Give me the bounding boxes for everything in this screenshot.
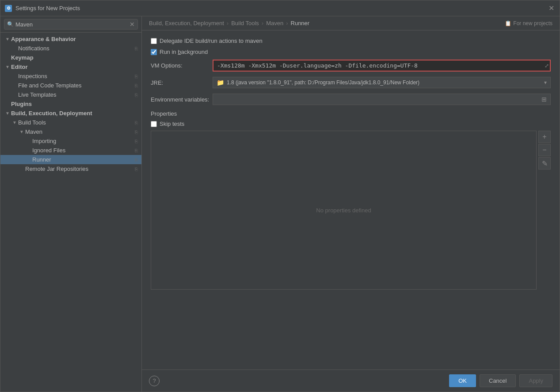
run-background-label: Run in background [160,49,208,55]
sidebar-item-label: Remote Jar Repositories [25,166,133,172]
sidebar-item-build-exec-deploy[interactable]: ▼ Build, Execution, Deployment [0,109,141,118]
cancel-button[interactable]: Cancel [480,374,516,387]
breadcrumb-separator-3: › [286,20,288,26]
close-button[interactable]: ✕ [547,4,555,12]
breadcrumb-separator-1: › [227,20,229,26]
copy-icon: ⎘ [135,46,138,51]
remove-property-button[interactable]: − [538,144,551,156]
delegate-checkbox[interactable] [151,38,157,44]
copy-icon: ⎘ [135,92,138,98]
properties-label: Properties [151,110,551,117]
sidebar-item-editor[interactable]: ▼ Editor [0,62,141,72]
search-icon: 🔍 [7,21,14,27]
vm-options-row: VM Options: ⤢ [151,60,551,72]
jre-folder-icon: 📁 [217,79,224,86]
sidebar-item-label: Maven [25,128,133,135]
copy-icon: ⎘ [135,83,138,88]
sidebar-item-label: Notifications [18,45,133,52]
sidebar-item-runner[interactable]: Runner ⎘ [0,155,141,164]
copy-icon: ⎘ [135,157,138,162]
sidebar-item-label: Importing [32,138,133,144]
right-panel: Build, Execution, Deployment › Build Too… [142,16,560,392]
expand-arrow-appearance: ▼ [4,37,11,41]
breadcrumb-part-3: Maven [266,20,283,26]
title-bar-left: ⚙ Settings for New Projects [5,5,80,12]
expand-arrow-editor: ▼ [4,64,11,69]
search-clear-button[interactable]: ✕ [130,21,135,28]
left-panel: 🔍 ✕ ▼ Appearance & Behavior Notification… [0,16,142,392]
breadcrumb-part-4: Runner [291,20,310,26]
sidebar-item-inspections[interactable]: Inspections ⎘ [0,72,141,81]
breadcrumb: Build, Execution, Deployment › Build Too… [149,20,309,26]
skip-tests-row: Skip tests [151,121,551,127]
sidebar-item-label: File and Code Templates [18,82,133,89]
search-input[interactable] [15,21,130,28]
delegate-label[interactable]: Delegate IDE build/run actions to maven [160,38,263,44]
skip-tests-label[interactable]: Skip tests [160,121,184,127]
sidebar-item-file-code-templates[interactable]: File and Code Templates ⎘ [0,81,141,90]
sidebar-item-build-tools[interactable]: ▼ Build Tools ⎘ [0,118,141,127]
edit-property-button[interactable]: ✎ [538,157,551,170]
search-wrap: 🔍 ✕ [4,19,138,30]
for-new-projects-badge: 📋 For new projects [505,20,552,26]
props-actions: + − ✎ [538,131,551,290]
sidebar-item-label: Build Tools [18,119,133,126]
breadcrumb-part-1: Build, Execution, Deployment [149,20,224,26]
sidebar-item-notifications[interactable]: Notifications ⎘ [0,44,141,53]
dialog-footer: ? OK Cancel Apply [142,369,560,392]
properties-table: No properties defined [151,131,537,290]
breadcrumb-part-2: Build Tools [231,20,259,26]
search-box: 🔍 ✕ [0,16,141,33]
dialog-title: Settings for New Projects [15,5,80,11]
env-expand-icon[interactable]: ⊞ [541,96,547,103]
ok-button[interactable]: OK [449,374,476,387]
breadcrumb-bar: Build, Execution, Deployment › Build Too… [142,16,560,30]
sidebar-item-appearance[interactable]: ▼ Appearance & Behavior [0,34,141,44]
expand-arrow-maven: ▼ [18,129,25,134]
expand-arrow-build-tools: ▼ [11,120,18,125]
sidebar-item-ignored-files[interactable]: Ignored Files ⎘ [0,146,141,155]
properties-section: Properties Skip tests No properties defi… [151,110,551,290]
sidebar-item-label: Live Templates [18,91,133,98]
sidebar-item-label: Keymap [11,54,138,61]
env-input[interactable] [217,96,541,103]
sidebar-item-live-templates[interactable]: Live Templates ⎘ [0,90,141,99]
breadcrumb-separator-2: › [262,20,263,26]
add-property-button[interactable]: + [538,131,551,143]
jre-dropdown-icon[interactable]: ▾ [544,79,547,86]
jre-label: JRE: [151,79,213,86]
sidebar-item-label: Plugins [11,101,138,107]
help-button[interactable]: ? [149,376,160,386]
skip-tests-checkbox[interactable] [151,121,157,127]
sidebar-item-label: Runner [32,156,133,163]
app-icon: ⚙ [5,5,12,12]
expand-arrow-build: ▼ [4,111,11,116]
jre-row: JRE: 📁 1.8 (java version "1.8.0_91", pat… [151,77,551,88]
settings-tree: ▼ Appearance & Behavior Notifications ⎘ … [0,33,141,392]
footer-right: OK Cancel Apply [449,374,552,387]
env-input-wrap: ⊞ [213,94,551,105]
sidebar-item-remote-jar[interactable]: Remote Jar Repositories ⎘ [0,164,141,173]
content-area: Delegate IDE build/run actions to maven … [142,30,560,369]
vm-options-wrap: ⤢ [213,60,551,72]
vm-options-expand-icon[interactable]: ⤢ [545,63,549,69]
sidebar-item-maven[interactable]: ▼ Maven ⎘ [0,127,141,136]
sidebar-item-importing[interactable]: Importing ⎘ [0,136,141,146]
dialog-body: 🔍 ✕ ▼ Appearance & Behavior Notification… [0,16,560,392]
delegate-row: Delegate IDE build/run actions to maven [151,38,551,44]
copy-icon: ⎘ [135,139,138,144]
run-background-row: Run in background [151,49,551,55]
sidebar-item-keymap[interactable]: Keymap [0,53,141,62]
settings-dialog: ⚙ Settings for New Projects ✕ 🔍 ✕ ▼ Appe… [0,0,560,392]
jre-select[interactable]: 📁 1.8 (java version "1.8.0_91", path: D:… [213,77,551,88]
env-row: Environment variables: ⊞ [151,94,551,105]
copy-icon: ⎘ [135,74,138,79]
vm-options-input[interactable] [213,60,551,72]
sidebar-item-plugins[interactable]: Plugins [0,99,141,109]
copy-icon: ⎘ [135,129,138,135]
env-label: Environment variables: [151,96,213,103]
apply-button[interactable]: Apply [519,374,552,387]
copy-icon: ⎘ [135,120,138,125]
for-new-projects-label: For new projects [513,20,552,26]
run-background-checkbox[interactable] [151,49,157,55]
